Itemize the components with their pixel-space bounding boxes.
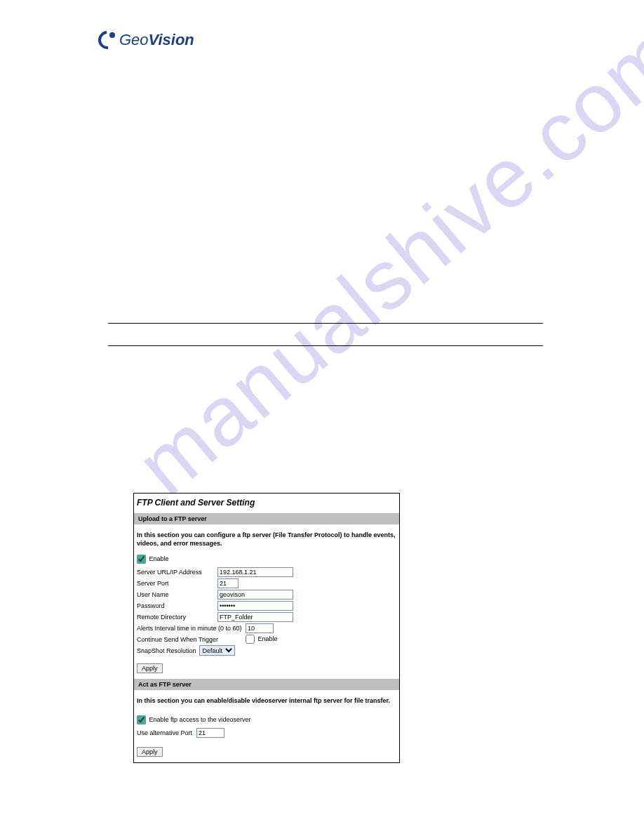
alerts-interval-label: Alerts Interval time in minute (0 to 60)	[137, 625, 246, 632]
alerts-interval-input[interactable]	[246, 623, 274, 633]
watermark: manualshive.com	[118, 4, 644, 513]
password-input[interactable]	[217, 601, 293, 611]
alt-port-label: Use alternative Port	[137, 729, 196, 736]
user-name-input[interactable]	[217, 590, 293, 600]
logo: GeoVision	[98, 31, 194, 49]
password-label: Password	[137, 602, 217, 609]
divider-top	[108, 323, 543, 324]
enable-ftp-access-checkbox[interactable]	[137, 715, 146, 724]
panel-title: FTP Client and Server Setting	[134, 494, 399, 513]
server-url-label: Server URL/IP Address	[137, 569, 217, 576]
enable-upload-label: Enable	[149, 555, 169, 562]
ftp-settings-panel: FTP Client and Server Setting Upload to …	[133, 493, 400, 763]
apply-ftpserver-button[interactable]: Apply	[137, 747, 163, 757]
user-name-label: User Name	[137, 591, 217, 598]
section-ftpserver-desc: In this section you can enable/disable v…	[134, 690, 399, 711]
server-url-input[interactable]	[217, 567, 293, 577]
alt-port-input[interactable]	[196, 728, 224, 738]
snapshot-res-select[interactable]: Default	[199, 645, 235, 656]
server-port-label: Server Port	[137, 580, 217, 587]
section-ftpserver-header: Act as FTP server	[134, 679, 399, 690]
enable-ftp-access-label: Enable ftp access to the videoserver	[149, 716, 251, 723]
continue-send-label: Continue Send When Trigger	[137, 636, 246, 643]
divider-bottom	[108, 345, 543, 346]
snapshot-res-label: SnapShot Resolution	[137, 647, 196, 654]
section-upload-desc: In this section you can configure a ftp …	[134, 524, 399, 553]
remote-dir-input[interactable]	[217, 612, 293, 622]
continue-send-enable-label: Enable	[258, 635, 278, 642]
enable-upload-row: Enable	[134, 553, 399, 567]
enable-upload-checkbox[interactable]	[137, 555, 146, 564]
remote-dir-label: Remote Directory	[137, 614, 217, 621]
logo-icon	[98, 31, 116, 49]
section-upload-header: Upload to a FTP server	[134, 513, 399, 524]
continue-send-checkbox[interactable]	[246, 635, 255, 644]
logo-text: GeoVision	[119, 31, 194, 49]
apply-upload-button[interactable]: Apply	[137, 663, 163, 673]
server-port-input[interactable]	[217, 578, 239, 588]
